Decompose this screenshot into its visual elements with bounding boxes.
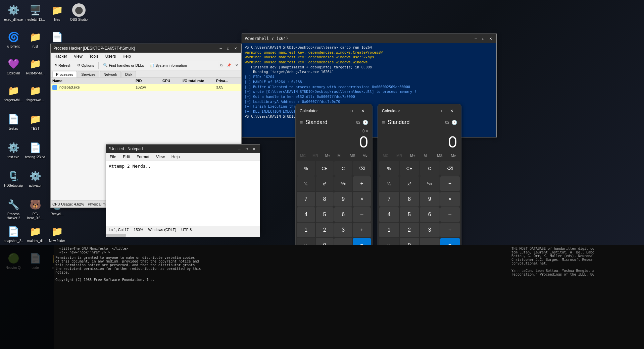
- calc-bg-square-button[interactable]: x²: [400, 176, 419, 191]
- desktop-icon-test-dir[interactable]: 📁 TEST: [23, 111, 47, 132]
- notepad-menu-edit[interactable]: Edit: [121, 154, 132, 160]
- powershell-minimize-button[interactable]: ─: [473, 36, 479, 42]
- calc-mr-button[interactable]: MR: [309, 152, 321, 159]
- ph-close-button[interactable]: ✕: [233, 45, 239, 51]
- desktop-icon-neofetch[interactable]: 🖥️ neofetch12...: [23, 2, 47, 23]
- calc-bg-sqrt-button[interactable]: ²√x: [420, 176, 440, 191]
- calc-fg-close-button[interactable]: ✕: [357, 107, 368, 115]
- calc-3-button[interactable]: 3: [334, 223, 352, 237]
- calc-mc-button[interactable]: MC: [297, 152, 309, 159]
- ph-options-button[interactable]: ⚙ Options: [75, 62, 96, 68]
- calc-bg-6-button[interactable]: 6: [420, 207, 440, 222]
- ph-minimize-button[interactable]: ─: [218, 45, 224, 51]
- calc-bg-mplus-button[interactable]: M+: [406, 152, 419, 159]
- ph-menu-view[interactable]: View: [72, 53, 85, 59]
- calc-bg-title-bar[interactable]: Calculator ─ □ ✕: [378, 104, 461, 118]
- desktop-icon-obs[interactable]: ⬤ OBS Studio: [67, 2, 91, 23]
- calc-bg-mminus-button[interactable]: M–: [420, 152, 433, 159]
- calc-mminus-button[interactable]: M–: [334, 152, 346, 159]
- calc-percent-button[interactable]: %: [297, 161, 315, 176]
- calc-ms-button[interactable]: MS: [347, 152, 358, 159]
- powershell-close-button[interactable]: ✕: [488, 36, 494, 42]
- calc-bg-3-button[interactable]: 3: [420, 223, 440, 237]
- calc-mplus-button[interactable]: M+: [322, 152, 334, 159]
- notepad-menu-view[interactable]: View: [154, 154, 167, 160]
- calc-multiply-button[interactable]: ×: [353, 192, 371, 207]
- desktop-icon-testing123[interactable]: 📄 testing123.txt: [23, 139, 47, 161]
- ph-tab-network[interactable]: Network: [100, 71, 121, 77]
- calc-bg-mr-button[interactable]: MR: [393, 152, 405, 159]
- calc-5-button[interactable]: 5: [316, 207, 334, 222]
- notepad-scrollbar[interactable]: [106, 233, 260, 237]
- calc-fg-title-bar[interactable]: Calculator ─ □ ✕: [296, 104, 372, 118]
- ph-maximize-button[interactable]: □: [225, 45, 231, 51]
- calc-6-button[interactable]: 6: [334, 207, 352, 222]
- desktop-icon-forgers1[interactable]: 📁 forgers-thi...: [2, 82, 25, 104]
- calc-bg-2-button[interactable]: 2: [400, 223, 419, 237]
- keep-on-top-icon[interactable]: ⧉: [356, 120, 360, 125]
- calc-divide-button[interactable]: ÷: [353, 176, 371, 191]
- ph-toolbar-close[interactable]: ✕: [234, 62, 240, 68]
- notepad-menu-format[interactable]: Format: [135, 154, 151, 160]
- calc-bg-multiply-button[interactable]: ×: [440, 192, 460, 207]
- desktop-icon-files[interactable]: 📁 files: [45, 2, 69, 23]
- calc-bg-recip-button[interactable]: ¹∕ₓ: [379, 176, 399, 191]
- calc-bg-ms-button[interactable]: MS: [433, 152, 446, 159]
- calc-backspace-button[interactable]: ⌫: [353, 161, 371, 176]
- notepad-minimize-button[interactable]: ─: [236, 146, 242, 152]
- calc-bg-c-button[interactable]: C: [420, 161, 440, 176]
- calc-bg-maximize-button[interactable]: □: [435, 107, 446, 115]
- calc-sqrt-button[interactable]: ²√x: [334, 176, 352, 191]
- calc-bg-plus-button[interactable]: +: [440, 223, 460, 237]
- calc-bg-4-button[interactable]: 4: [379, 207, 399, 222]
- desktop-icon-utorrent[interactable]: 🌀 uTorrent: [2, 28, 25, 50]
- calc-fg-minimize-button[interactable]: ─: [335, 107, 345, 115]
- calc-bg-backspace-button[interactable]: ⌫: [440, 161, 460, 176]
- calc-plus-button[interactable]: +: [353, 223, 371, 237]
- powershell-maximize-button[interactable]: □: [480, 36, 486, 42]
- calc-4-button[interactable]: 4: [297, 207, 315, 222]
- ph-menu-help[interactable]: Help: [120, 53, 133, 59]
- table-row[interactable]: notepad.exe 16264 3.05: [51, 84, 241, 91]
- calc-bg-percent-button[interactable]: %: [379, 161, 399, 176]
- desktop-icon-hdsetup[interactable]: 🗜️ HDSetup.zip: [2, 168, 25, 189]
- calc-7-button[interactable]: 7: [297, 192, 315, 207]
- calc-8-button[interactable]: 8: [316, 192, 334, 207]
- ph-tab-disk[interactable]: Disk: [121, 71, 136, 77]
- calc-9-button[interactable]: 9: [334, 192, 352, 207]
- ph-pin-button[interactable]: 📌: [226, 62, 232, 68]
- calc-bg-history-icon[interactable]: 🕐: [451, 120, 457, 125]
- powershell-title-bar[interactable]: PowerShell 7 (x64) ─ □ ✕: [242, 34, 496, 43]
- desktop-icon-maldev[interactable]: 📁 maldev_dll: [23, 223, 47, 245]
- notepad-menu-help[interactable]: Help: [169, 154, 182, 160]
- desktop-icon-forgers2[interactable]: 📁 forgers-wi...: [23, 82, 47, 104]
- notepad-scrollbar-thumb[interactable]: [106, 234, 126, 237]
- desktop-icon-rust-form[interactable]: 📁 Rust-for-M...: [23, 55, 47, 77]
- calc-ce-button[interactable]: CE: [316, 161, 334, 176]
- ph-system-info-button[interactable]: 📊 System information: [148, 62, 189, 68]
- calc-bg-hamburger-icon[interactable]: ≡: [382, 119, 385, 125]
- calc-bg-mv-button[interactable]: Mv: [447, 152, 460, 159]
- ph-menu-hacker[interactable]: Hacker: [52, 53, 69, 59]
- ph-tab-services[interactable]: Services: [78, 71, 99, 77]
- calc-bg-minus-button[interactable]: –: [440, 207, 460, 222]
- calc-bg-5-button[interactable]: 5: [400, 207, 419, 222]
- hamburger-icon[interactable]: ≡: [300, 119, 303, 125]
- desktop-icon-rust[interactable]: 📁 rust: [23, 28, 47, 50]
- history-icon[interactable]: 🕐: [362, 120, 368, 125]
- notepad-menu-file[interactable]: File: [108, 154, 118, 160]
- ph-menu-tools[interactable]: Tools: [87, 53, 101, 59]
- desktop-icon-process-hacker[interactable]: 🔧 Process Hacker 2: [2, 196, 25, 222]
- notepad-title-bar[interactable]: *Untitled - Notepad ─ □ ✕: [106, 144, 260, 153]
- desktop-icon-pe-bear[interactable]: 🐻 PE-bear_0.6...: [23, 196, 47, 222]
- ph-tab-processes[interactable]: Processes: [52, 71, 77, 77]
- calc-bg-mc-button[interactable]: MC: [379, 152, 392, 159]
- desktop-icon-test-rs[interactable]: 📄 test.rs: [2, 111, 25, 132]
- calc-1-button[interactable]: 1: [297, 223, 315, 237]
- calc-bg-8-button[interactable]: 8: [400, 192, 419, 207]
- desktop-icon-exec-dll[interactable]: ⚙️ exec_dll.exe: [2, 2, 25, 23]
- calc-c-button[interactable]: C: [334, 161, 352, 176]
- notepad-text-area[interactable]: Attemp 2 Nerds..: [106, 161, 260, 226]
- calc-bg-minimize-button[interactable]: ─: [424, 107, 434, 115]
- calc-recip-button[interactable]: ¹∕ₓ: [297, 176, 315, 191]
